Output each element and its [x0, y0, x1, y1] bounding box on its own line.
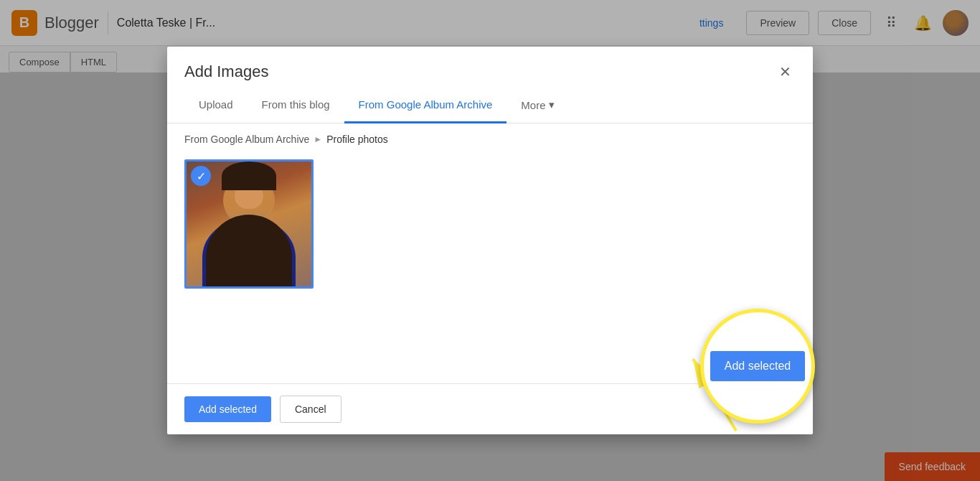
- modal-close-button[interactable]: ✕: [774, 61, 796, 83]
- modal-title: Add Images: [184, 62, 268, 81]
- breadcrumb-current: Profile photos: [326, 134, 388, 145]
- magnified-add-selected: Add selected: [710, 351, 806, 381]
- tab-more[interactable]: More ▾: [507, 88, 568, 123]
- chevron-down-icon: ▾: [549, 98, 555, 111]
- modal-overlay: Add Images ✕ Upload From this blog From …: [0, 0, 980, 481]
- breadcrumb-arrow-icon: ►: [314, 134, 322, 144]
- image-grid: ✓: [184, 159, 796, 289]
- breadcrumb: From Google Album Archive ► Profile phot…: [167, 123, 813, 152]
- add-selected-button[interactable]: Add selected: [184, 396, 271, 422]
- selected-check-icon: ✓: [191, 166, 211, 186]
- breadcrumb-parent-link[interactable]: From Google Album Archive: [184, 134, 309, 145]
- tab-google-album[interactable]: From Google Album Archive: [344, 88, 507, 123]
- tab-upload[interactable]: Upload: [184, 88, 248, 123]
- list-item[interactable]: ✓: [184, 159, 314, 289]
- magnified-annotation: Add selected: [700, 309, 815, 424]
- close-icon: ✕: [779, 63, 791, 80]
- modal-tabs: Upload From this blog From Google Album …: [167, 88, 813, 123]
- tab-from-blog[interactable]: From this blog: [248, 88, 344, 123]
- modal-header: Add Images ✕: [167, 47, 813, 83]
- cancel-button[interactable]: Cancel: [280, 396, 341, 423]
